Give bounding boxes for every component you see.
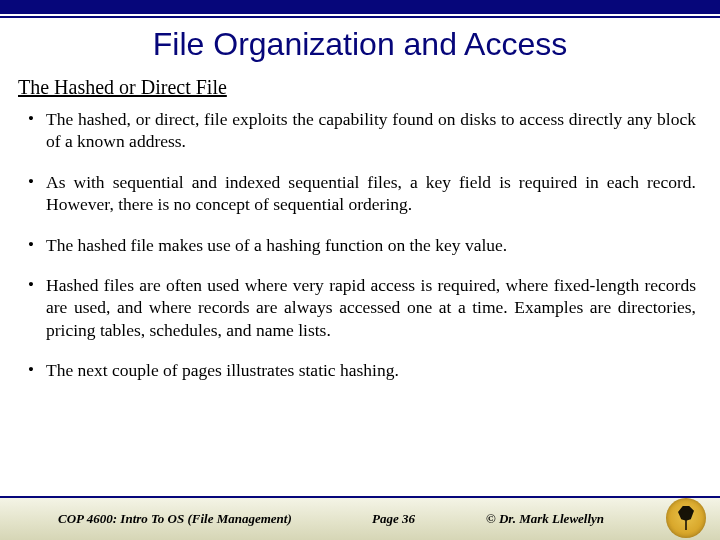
footer: COP 4600: Intro To OS (File Management) … [0,498,720,540]
bullet-item: The hashed file makes use of a hashing f… [24,234,696,256]
top-band [0,0,720,14]
bullet-item: The next couple of pages illustrates sta… [24,359,696,381]
top-line-accent [0,16,720,18]
ucf-logo-icon [666,498,706,538]
slide: File Organization and Access The Hashed … [0,0,720,540]
footer-author: © Dr. Mark Llewellyn [486,511,604,527]
bullet-item: Hashed files are often used where very r… [24,274,696,341]
bullet-item: The hashed, or direct, file exploits the… [24,108,696,153]
bullet-list: The hashed, or direct, file exploits the… [24,108,696,382]
bullet-item: As with sequential and indexed sequentia… [24,171,696,216]
content-area: The hashed, or direct, file exploits the… [24,108,696,484]
footer-course: COP 4600: Intro To OS (File Management) [58,511,292,527]
page-title: File Organization and Access [0,26,720,63]
section-subheading: The Hashed or Direct File [18,76,227,99]
footer-page: Page 36 [372,511,415,527]
